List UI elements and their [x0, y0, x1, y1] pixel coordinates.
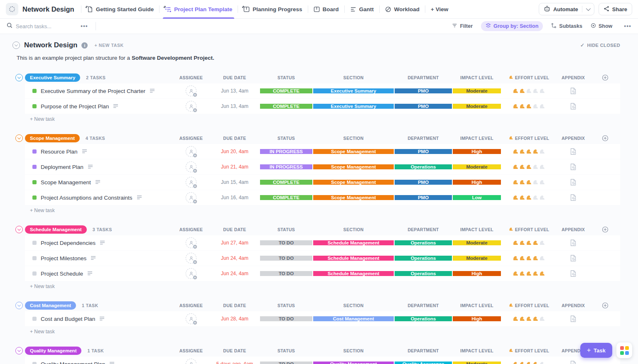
column-header-impact-level[interactable]: IMPACT LEVEL — [452, 300, 501, 311]
due-date[interactable]: Jun 24, 4am — [221, 271, 248, 276]
effort-level[interactable] — [501, 190, 557, 205]
task-status-square[interactable] — [32, 271, 37, 276]
task-status-square[interactable] — [32, 362, 37, 364]
task-name[interactable]: Purpose of the Project Plan — [41, 103, 109, 110]
new-task-button[interactable]: + NEW TASK — [94, 43, 123, 48]
effort-level[interactable] — [501, 266, 557, 281]
group-badge[interactable]: Cost Management — [25, 301, 76, 310]
column-header-status[interactable]: STATUS — [260, 224, 313, 235]
section-chip[interactable]: Schedule Management — [313, 256, 394, 261]
column-header-appendix[interactable]: APPENDIX — [557, 300, 590, 311]
column-header-appendix[interactable]: APPENDIX — [557, 72, 590, 83]
status-chip[interactable]: TO DO — [260, 362, 312, 364]
column-header-appendix[interactable]: APPENDIX — [557, 224, 590, 235]
add-task-button[interactable]: + Task — [580, 343, 612, 358]
column-header-assignee[interactable]: ASSIGNEE — [172, 300, 210, 311]
section-chip[interactable]: Executive Summary — [313, 88, 394, 93]
department-chip[interactable]: Operations — [395, 316, 452, 321]
department-chip[interactable]: Quality Assurance — [395, 362, 452, 364]
due-date[interactable]: Jun 27, 4am — [221, 240, 248, 246]
add-view-button[interactable]: + View — [425, 0, 454, 19]
description-lines-icon[interactable] — [137, 194, 142, 201]
impact-chip[interactable]: Low — [453, 195, 501, 200]
task-status-square[interactable] — [32, 195, 37, 200]
column-header-status[interactable]: STATUS — [260, 300, 313, 311]
due-date[interactable]: Jun 16, 4am — [221, 195, 248, 200]
column-header-department[interactable]: DEPARTMENT — [394, 345, 452, 357]
description-lines-icon[interactable] — [109, 360, 115, 364]
collapse-group-icon[interactable] — [15, 226, 23, 233]
impact-chip[interactable]: High — [453, 149, 501, 154]
appendix-cell[interactable] — [557, 159, 590, 174]
effort-level[interactable] — [501, 251, 557, 266]
column-header-effort-level[interactable]: EFFORT LEVEL — [501, 300, 557, 311]
task-status-square[interactable] — [32, 317, 37, 321]
new-task-row[interactable]: + New task — [25, 114, 638, 124]
impact-chip[interactable]: Moderate — [453, 164, 501, 169]
share-button[interactable]: Share — [599, 3, 632, 15]
task-status-square[interactable] — [32, 180, 37, 184]
due-date[interactable]: Jun 13, 4am — [221, 88, 248, 94]
effort-level[interactable] — [501, 235, 557, 250]
effort-level[interactable] — [501, 175, 557, 190]
section-chip[interactable]: Scope Management — [313, 195, 394, 200]
add-assignee-icon[interactable]: + — [186, 146, 196, 157]
impact-chip[interactable]: Moderate — [453, 104, 501, 109]
info-icon[interactable]: i — [81, 42, 88, 49]
tab-getting-started-guide[interactable]: Getting Started Guide — [81, 0, 160, 19]
column-header-department[interactable]: DEPARTMENT — [394, 224, 452, 235]
add-assignee-icon[interactable]: + — [186, 177, 196, 188]
tab-project-plan-template[interactable]: Project Plan Template — [160, 0, 238, 19]
column-header-impact-level[interactable]: IMPACT LEVEL — [452, 224, 501, 235]
effort-level[interactable] — [501, 83, 557, 98]
appendix-cell[interactable] — [557, 99, 590, 114]
task-status-square[interactable] — [32, 256, 37, 260]
task-name[interactable]: Project Schedule — [41, 271, 83, 277]
task-name[interactable]: Deployment Plan — [41, 164, 83, 170]
department-chip[interactable]: Operations — [395, 271, 452, 276]
group-badge[interactable]: Scope Management — [25, 134, 80, 142]
task-status-square[interactable] — [32, 241, 37, 245]
apps-grid-icon[interactable] — [616, 342, 632, 358]
description-lines-icon[interactable] — [95, 178, 101, 186]
new-task-row[interactable]: + New task — [25, 281, 638, 291]
effort-level[interactable] — [501, 99, 557, 114]
appendix-cell[interactable] — [557, 251, 590, 266]
appendix-cell[interactable] — [557, 175, 590, 190]
column-header-department[interactable]: DEPARTMENT — [394, 132, 452, 144]
group-badge[interactable]: Quality Management — [25, 347, 81, 355]
add-assignee-icon[interactable]: + — [186, 86, 196, 96]
department-chip[interactable]: PMO — [395, 195, 452, 200]
impact-chip[interactable]: Moderate — [453, 88, 501, 93]
due-date[interactable]: 5 days ago, 4am — [216, 361, 253, 364]
column-header-section[interactable]: SECTION — [313, 345, 394, 357]
column-header-assignee[interactable]: ASSIGNEE — [172, 224, 210, 235]
search-input[interactable] — [16, 23, 66, 29]
description-lines-icon[interactable] — [91, 254, 96, 262]
column-header-status[interactable]: STATUS — [260, 132, 313, 144]
more-icon[interactable]: ••• — [621, 23, 631, 29]
impact-chip[interactable]: High — [453, 180, 501, 185]
appendix-cell[interactable] — [557, 190, 590, 205]
tab-board[interactable]: Board — [308, 0, 344, 19]
appendix-cell[interactable] — [557, 235, 590, 250]
column-header-due-date[interactable]: DUE DATE — [210, 72, 260, 83]
column-header-effort-level[interactable]: EFFORT LEVEL — [501, 132, 557, 144]
subtasks-button[interactable]: Subtasks — [551, 23, 582, 29]
appendix-cell[interactable] — [557, 144, 590, 159]
section-chip[interactable]: Cost Management — [313, 316, 394, 321]
department-chip[interactable]: PMO — [395, 104, 452, 109]
new-task-row[interactable]: + New task — [25, 205, 638, 215]
column-header-due-date[interactable]: DUE DATE — [210, 132, 260, 144]
add-assignee-icon[interactable]: + — [186, 192, 196, 203]
section-chip[interactable]: Scope Management — [313, 180, 394, 185]
department-chip[interactable]: Operations — [395, 164, 452, 169]
description-lines-icon[interactable] — [87, 270, 93, 277]
section-chip[interactable]: Scope Management — [313, 149, 394, 154]
department-chip[interactable]: Operations — [395, 256, 452, 261]
column-header-effort-level[interactable]: EFFORT LEVEL — [501, 345, 557, 357]
tab-gantt[interactable]: Gantt — [345, 0, 379, 19]
status-chip[interactable]: TO DO — [260, 271, 312, 276]
impact-chip[interactable]: Moderate — [453, 256, 501, 261]
add-column-button[interactable] — [590, 224, 620, 235]
